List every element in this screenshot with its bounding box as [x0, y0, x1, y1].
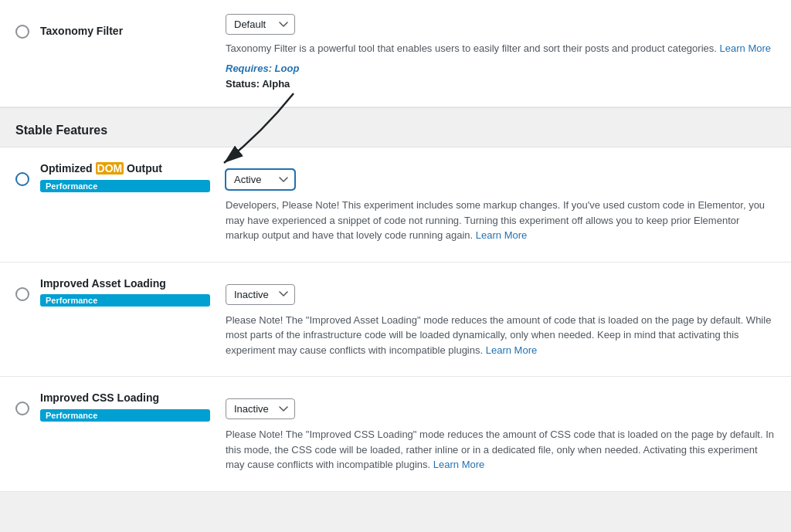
optimized-dom-select[interactable]: Active Inactive Default [226, 169, 295, 190]
improved-css-radio-col [15, 391, 40, 418]
improved-asset-tag: Performance [40, 294, 210, 307]
taxonomy-learn-more[interactable]: Learn More [720, 42, 771, 54]
taxonomy-label-col: Taxonomy Filter [40, 14, 210, 93]
optimized-dom-title: Optimized DOM Output [40, 161, 210, 177]
improved-asset-label-col: Improved Asset Loading Performance [40, 276, 210, 363]
taxonomy-radio-col [15, 14, 40, 41]
optimized-dom-inner: Optimized DOM Output Performance Active … [40, 161, 776, 248]
optimized-dom-label-col: Optimized DOM Output Performance [40, 161, 210, 248]
improved-css-select[interactable]: Inactive Active Default [226, 398, 295, 419]
improved-css-title-wrap: Improved CSS Loading Performance [40, 391, 210, 422]
taxonomy-select-row: Default [226, 14, 776, 35]
improved-asset-select-row: Inactive Active Default [226, 276, 776, 305]
dom-highlight: DOM [96, 162, 124, 175]
stable-features-header: Stable Features [0, 107, 791, 147]
improved-css-inner: Improved CSS Loading Performance Inactiv… [40, 391, 776, 477]
taxonomy-inner: Taxonomy Filter Default Taxonomy Filter … [40, 14, 776, 93]
improved-asset-row: Improved Asset Loading Performance Inact… [0, 263, 791, 378]
improved-asset-content: Inactive Active Default Please Note! The… [226, 276, 776, 363]
improved-asset-radio[interactable] [15, 287, 29, 301]
optimized-dom-tag: Performance [40, 180, 210, 192]
improved-css-select-row: Inactive Active Default [226, 391, 776, 419]
taxonomy-row: Taxonomy Filter Default Taxonomy Filter … [0, 0, 791, 107]
stable-features-title: Stable Features [15, 124, 776, 137]
improved-asset-description: Please Note! The "Improved Asset Loading… [226, 313, 776, 358]
improved-css-description: Please Note! The "Improved CSS Loading" … [226, 427, 776, 473]
improved-css-row: Improved CSS Loading Performance Inactiv… [0, 377, 791, 492]
optimized-dom-title-wrap: Optimized DOM Output Performance [40, 161, 210, 192]
taxonomy-filter-section: Taxonomy Filter Default Taxonomy Filter … [0, 0, 791, 107]
improved-asset-inner: Improved Asset Loading Performance Inact… [40, 276, 776, 363]
optimized-dom-select-row: Active Inactive Default [226, 161, 776, 190]
page-wrapper: Taxonomy Filter Default Taxonomy Filter … [0, 0, 791, 532]
optimized-dom-radio[interactable] [15, 172, 29, 186]
optimized-dom-content: Active Inactive Default Developers, Plea… [226, 161, 776, 248]
optimized-dom-learn-more[interactable]: Learn More [476, 229, 527, 241]
taxonomy-select[interactable]: Default [226, 14, 295, 35]
improved-css-learn-more[interactable]: Learn More [433, 459, 484, 470]
taxonomy-meta: Requires: Loop Status: Alpha [226, 61, 776, 93]
improved-css-radio[interactable] [15, 402, 29, 415]
optimized-dom-radio-col [15, 161, 40, 188]
taxonomy-status: Status: Alpha [226, 76, 776, 93]
improved-asset-title-wrap: Improved Asset Loading Performance [40, 276, 210, 307]
optimized-dom-row: Optimized DOM Output Performance Active … [0, 147, 791, 263]
stable-features-list: Optimized DOM Output Performance Active … [0, 147, 791, 492]
improved-css-content: Inactive Active Default Please Note! The… [226, 391, 776, 477]
improved-asset-radio-col [15, 276, 40, 303]
taxonomy-requires: Requires: Loop [226, 61, 776, 77]
improved-asset-select[interactable]: Inactive Active Default [226, 284, 295, 305]
improved-asset-learn-more[interactable]: Learn More [486, 344, 537, 356]
improved-css-label-col: Improved CSS Loading Performance [40, 391, 210, 477]
optimized-dom-description: Developers, Please Note! This experiment… [226, 198, 776, 243]
improved-css-tag: Performance [40, 409, 210, 422]
improved-css-title: Improved CSS Loading [40, 391, 210, 406]
taxonomy-description: Taxonomy Filter is a powerful tool that … [226, 41, 776, 56]
taxonomy-label: Taxonomy Filter [40, 14, 210, 37]
taxonomy-content: Default Taxonomy Filter is a powerful to… [226, 14, 776, 93]
improved-asset-title: Improved Asset Loading [40, 276, 210, 292]
taxonomy-radio[interactable] [15, 25, 29, 39]
